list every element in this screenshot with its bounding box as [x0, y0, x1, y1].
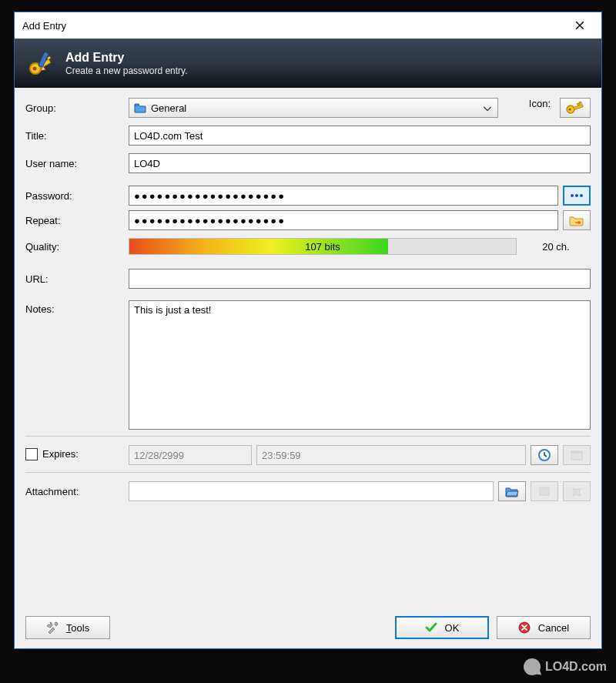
label-group: Group:	[25, 102, 129, 114]
close-icon	[575, 21, 584, 30]
row-url: URL:	[25, 268, 591, 290]
svg-point-8	[568, 108, 571, 110]
ok-label: OK	[445, 622, 460, 634]
key-pencil-icon	[26, 49, 57, 79]
svg-rect-6	[135, 104, 139, 105]
banner-icon-wrap	[25, 48, 58, 80]
checkbox-box	[25, 448, 38, 460]
row-notes: Notes:	[25, 300, 591, 430]
dots-icon	[569, 192, 584, 199]
banner-subtitle: Create a new password entry.	[65, 65, 188, 76]
label-notes: Notes:	[25, 300, 129, 315]
label-username: User name:	[25, 158, 129, 169]
url-input[interactable]	[129, 269, 591, 289]
group-value: General	[151, 102, 186, 114]
svg-point-14	[580, 194, 583, 197]
label-title: Title:	[25, 130, 129, 142]
repeat-password-input[interactable]	[129, 210, 558, 230]
tools-button[interactable]: Tools	[25, 616, 110, 639]
svg-rect-10	[579, 102, 581, 104]
expires-date-input[interactable]	[129, 445, 252, 465]
banner: Add Entry Create a new password entry.	[15, 39, 601, 88]
row-title: Title:	[25, 125, 591, 146]
attach-view-icon	[538, 486, 551, 497]
label-quality: Quality:	[25, 241, 129, 253]
banner-texts: Add Entry Create a new password entry.	[65, 51, 188, 77]
key-icon	[566, 101, 584, 115]
dialog-window: Add Entry Add Entry Create a new passwor	[14, 12, 602, 649]
stage: Add Entry Add Entry Create a new passwor	[0, 0, 616, 683]
footer-bar: Tools OK Cancel	[25, 616, 591, 639]
row-group: Group: General Icon:	[25, 97, 591, 119]
username-input[interactable]	[129, 153, 591, 173]
clock-icon	[537, 448, 551, 462]
password-input[interactable]	[129, 186, 558, 206]
banner-heading: Add Entry	[65, 51, 188, 65]
label-attachment: Attachment:	[25, 486, 129, 497]
close-button[interactable]	[563, 15, 597, 36]
quality-meter: 107 bits	[129, 238, 517, 255]
calendar-disabled-icon	[571, 450, 583, 460]
svg-rect-19	[571, 451, 582, 454]
svg-point-1	[33, 66, 37, 70]
group-select[interactable]: General	[129, 98, 498, 118]
check-icon	[425, 622, 437, 633]
svg-rect-20	[540, 487, 549, 495]
divider-2	[25, 472, 591, 473]
folder-icon	[134, 102, 146, 113]
svg-rect-11	[578, 103, 580, 105]
expires-checkbox[interactable]: Expires:	[25, 448, 79, 460]
cancel-icon	[518, 621, 531, 634]
watermark: LO4D.com	[524, 658, 607, 675]
svg-point-13	[575, 194, 578, 197]
quality-bits: 107 bits	[129, 239, 516, 254]
attachment-input[interactable]	[129, 481, 494, 501]
form-area: Group: General Icon:	[15, 88, 601, 648]
window-title: Add Entry	[22, 20, 66, 32]
title-input[interactable]	[129, 126, 591, 146]
tools-label: Tools	[66, 622, 89, 634]
expires-calendar-button[interactable]	[563, 445, 591, 465]
svg-rect-16	[575, 222, 578, 223]
attach-delete-icon	[571, 486, 583, 497]
notes-textarea[interactable]	[129, 300, 591, 430]
generate-password-button[interactable]	[563, 210, 591, 230]
quality-char-count: 20 ch.	[521, 241, 591, 253]
row-password: Password:	[25, 185, 591, 206]
cancel-button[interactable]: Cancel	[497, 616, 591, 639]
titlebar: Add Entry	[15, 12, 601, 39]
divider-1	[25, 436, 591, 437]
expires-preset-button[interactable]	[531, 445, 558, 465]
label-icon: Icon:	[521, 98, 555, 118]
folder-key-icon	[569, 214, 584, 226]
icon-picker-button[interactable]	[560, 98, 591, 118]
attachment-delete-button[interactable]	[563, 481, 591, 501]
attachment-save-button[interactable]	[531, 481, 558, 501]
label-repeat: Repeat:	[25, 215, 129, 226]
label-expires: Expires:	[42, 448, 79, 460]
chevron-down-icon	[484, 102, 491, 114]
row-expires: Expires:	[25, 444, 591, 466]
ok-button[interactable]: OK	[395, 616, 489, 639]
row-username: User name:	[25, 152, 591, 174]
row-repeat: Repeat:	[25, 209, 591, 231]
expires-time-input[interactable]	[256, 445, 526, 465]
label-url: URL:	[25, 273, 129, 285]
svg-rect-4	[38, 52, 49, 68]
open-folder-icon	[505, 486, 519, 497]
svg-point-12	[571, 194, 574, 197]
cancel-label: Cancel	[538, 622, 569, 634]
label-password: Password:	[25, 190, 129, 202]
toggle-password-button[interactable]	[563, 186, 591, 206]
row-quality: Quality: 107 bits 20 ch.	[25, 236, 591, 257]
row-attachment: Attachment:	[25, 480, 591, 502]
watermark-icon	[524, 658, 541, 675]
watermark-text: LO4D.com	[545, 660, 607, 674]
attachment-open-button[interactable]	[498, 481, 526, 501]
tools-icon	[46, 621, 60, 634]
